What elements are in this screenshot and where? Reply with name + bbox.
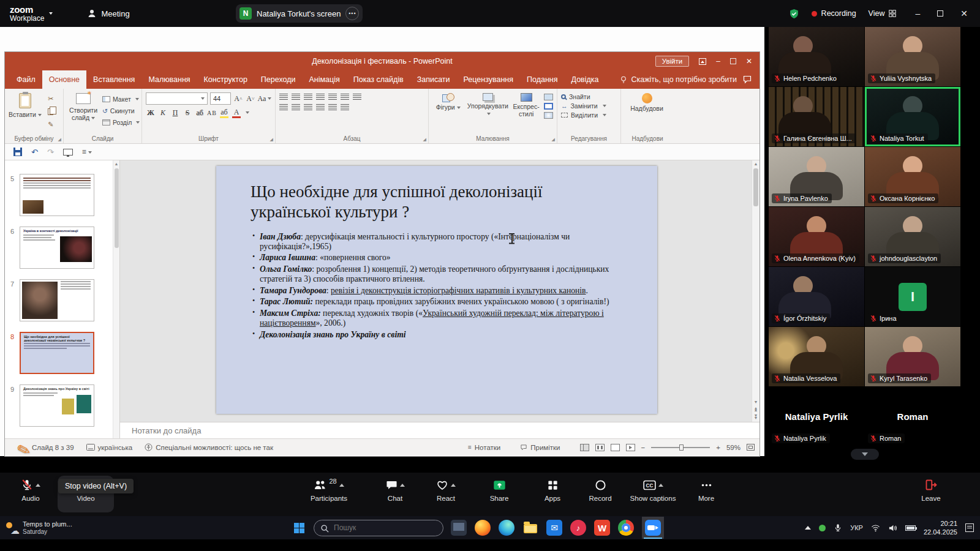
- decrease-indent-button[interactable]: [304, 94, 312, 100]
- decrease-font-button[interactable]: А˅: [246, 93, 255, 104]
- arrange-button[interactable]: Упорядкувати: [467, 91, 508, 134]
- thumbnail-row[interactable]: 8 Що необхідне для успішної деколонізаці…: [5, 332, 119, 374]
- language-indicator[interactable]: українська: [98, 444, 133, 451]
- italic-button[interactable]: К: [158, 107, 168, 118]
- edge-icon[interactable]: [499, 520, 514, 536]
- slide-9-thumbnail[interactable]: Деколонізація знань про Україну в світі: [20, 384, 94, 427]
- audio-button[interactable]: Audio: [6, 478, 55, 502]
- font-size-input[interactable]: [210, 92, 231, 105]
- next-slide-button[interactable]: ▼▼: [754, 414, 758, 419]
- hidden-icons-chevron[interactable]: [805, 526, 811, 530]
- zoom-app-active[interactable]: [642, 517, 664, 539]
- close-button[interactable]: ✕: [960, 9, 968, 18]
- react-button[interactable]: React: [421, 478, 470, 502]
- notes-pane[interactable]: Нотатки до слайда: [120, 422, 760, 438]
- thumbnail-row[interactable]: 7: [5, 279, 119, 321]
- format-painter-button[interactable]: ✎: [45, 119, 57, 130]
- scroll-down-icon[interactable]: ▼: [754, 400, 758, 404]
- slide-6-thumbnail[interactable]: Україна в контексті деколонізації: [20, 227, 94, 269]
- participant-tile[interactable]: I Ірина: [865, 267, 960, 326]
- workspace-chevron-icon[interactable]: [49, 12, 53, 15]
- participant-tile[interactable]: Ígor Órzhitskiy: [769, 267, 864, 326]
- taskbar-search[interactable]: [314, 520, 443, 536]
- tab-draw[interactable]: Малювання: [141, 70, 197, 89]
- select-button[interactable]: Виділити: [561, 111, 606, 119]
- drawing-dialog-launcher-icon[interactable]: ◢: [552, 137, 555, 142]
- participant-tile[interactable]: Kyryl Tarasenko: [865, 327, 960, 386]
- paste-button[interactable]: Вставити: [9, 91, 42, 134]
- slide-7-thumbnail[interactable]: [20, 279, 94, 321]
- zoom-in-button[interactable]: +: [716, 444, 720, 451]
- volume-icon[interactable]: [888, 523, 897, 533]
- start-slideshow-button[interactable]: [63, 149, 73, 156]
- character-spacing-button[interactable]: АВ: [207, 107, 217, 118]
- gallery-scroll-down-button[interactable]: [851, 449, 879, 460]
- bold-button[interactable]: Ж: [146, 107, 156, 118]
- comments-toggle-button[interactable]: Примітки: [520, 444, 560, 451]
- shapes-button[interactable]: Фігури: [432, 91, 464, 134]
- tab-view[interactable]: Подання: [520, 70, 564, 89]
- task-view-icon[interactable]: [451, 520, 467, 536]
- align-center-button[interactable]: [292, 104, 300, 111]
- wps-office-icon[interactable]: W: [594, 520, 610, 536]
- view-button[interactable]: View: [869, 9, 897, 18]
- font-name-select[interactable]: [146, 92, 208, 105]
- justify-button[interactable]: [316, 104, 325, 111]
- layout-button[interactable]: Макет: [102, 94, 140, 104]
- tab-insert[interactable]: Вставлення: [86, 70, 141, 89]
- meeting-tab[interactable]: Meeting: [87, 9, 129, 18]
- participant-tile[interactable]: Оксана Корнієнко: [865, 147, 960, 206]
- previous-slide-button[interactable]: ▲▲: [754, 407, 758, 412]
- participant-tile[interactable]: Nataliya Pyrlik Nataliya Pyrlik: [769, 387, 864, 446]
- participant-tile[interactable]: Roman Roman: [865, 387, 960, 446]
- language-switcher[interactable]: УКР: [850, 524, 863, 531]
- text-shadow-button[interactable]: аб: [195, 107, 205, 118]
- tab-file[interactable]: Файл: [10, 70, 42, 89]
- ppt-minimize-button[interactable]: –: [716, 57, 720, 66]
- slide-canvas[interactable]: Що необхідне для успішної деколонізації …: [216, 166, 657, 414]
- antivirus-tray-icon[interactable]: [819, 525, 826, 531]
- participants-button[interactable]: 28 Participants: [304, 478, 353, 502]
- new-slide-button[interactable]: Створити слайд: [67, 91, 99, 134]
- share-button[interactable]: Share: [475, 478, 524, 502]
- minimize-button[interactable]: –: [915, 9, 920, 18]
- ppt-restore-button[interactable]: [730, 58, 736, 64]
- chrome-icon[interactable]: [618, 520, 634, 536]
- record-button[interactable]: Record: [576, 478, 625, 502]
- captions-button[interactable]: Show captions: [619, 478, 687, 502]
- participant-tile-active-speaker[interactable]: Nataliya Torkut: [865, 87, 960, 146]
- participant-tile[interactable]: Yuliia Vyshnytska: [865, 27, 960, 86]
- search-input[interactable]: [314, 523, 443, 533]
- thumbnail-row[interactable]: 5: [5, 174, 119, 216]
- font-color-chevron-icon[interactable]: [246, 111, 249, 114]
- react-chevron-icon[interactable]: [451, 484, 456, 487]
- maximize-button[interactable]: [937, 10, 943, 17]
- align-left-button[interactable]: [279, 104, 288, 111]
- quick-styles-button[interactable]: Експрес-стилі: [511, 91, 541, 134]
- more-button[interactable]: More: [682, 478, 731, 502]
- tab-home[interactable]: Основне: [42, 70, 86, 89]
- slideshow-view-button[interactable]: [626, 444, 635, 451]
- fit-to-window-button[interactable]: [747, 444, 755, 451]
- taskbar-weather-widget[interactable]: Temps to plum... Saturday: [5, 520, 97, 535]
- tab-review[interactable]: Рецензування: [457, 70, 520, 89]
- cut-button[interactable]: ✂: [45, 94, 57, 104]
- comments-icon[interactable]: [742, 75, 752, 84]
- firefox-icon[interactable]: [475, 520, 491, 536]
- slide-5-thumbnail[interactable]: [20, 174, 94, 216]
- participant-tile[interactable]: Olena Annenkova (Kyiv): [769, 207, 864, 266]
- thumbnail-scrollbar[interactable]: ▲: [113, 160, 119, 438]
- sign-in-button[interactable]: Увійти: [655, 56, 689, 67]
- change-case-button[interactable]: Аа: [258, 93, 271, 104]
- file-explorer-icon[interactable]: [522, 520, 538, 536]
- shape-effects-icon[interactable]: [544, 112, 553, 119]
- shape-outline-icon[interactable]: [544, 103, 553, 110]
- slide-sorter-view-button[interactable]: [595, 444, 605, 451]
- undo-button[interactable]: ↶: [31, 148, 38, 157]
- captions-chevron-icon[interactable]: [658, 484, 663, 487]
- save-button[interactable]: [13, 148, 22, 156]
- paragraph-dialog-launcher-icon[interactable]: ◢: [423, 137, 426, 142]
- media-app-icon[interactable]: ♪: [570, 520, 586, 536]
- ppt-close-button[interactable]: ✕: [746, 57, 752, 66]
- font-color-button[interactable]: А: [232, 107, 241, 118]
